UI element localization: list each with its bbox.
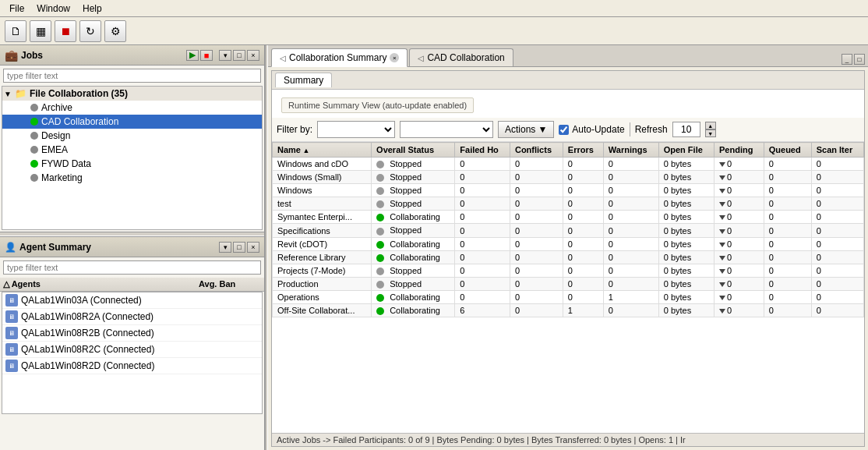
tab-close-collab-summary[interactable]: × [390, 53, 399, 62]
agent-row[interactable]: 🖥 QALab1Win08R2D (Connected) [2, 358, 262, 374]
jobs-restore-button[interactable]: □ [233, 50, 245, 61]
tree-item-design[interactable]: Design [2, 129, 262, 143]
sub-tab-summary[interactable]: Summary [275, 73, 332, 87]
menu-file[interactable]: File [3, 2, 30, 16]
spin-down-button[interactable]: ▼ [705, 129, 716, 137]
cell-warnings: 0 [603, 224, 658, 237]
status-dot-archive [30, 104, 38, 112]
tree-item-root[interactable]: ▼ 📁 File Collaboration (35) [2, 87, 262, 101]
col-header-conflicts[interactable]: Conflicts [510, 143, 563, 158]
cell-queued: 0 [764, 211, 811, 224]
cell-pending: 0 [715, 224, 764, 237]
jobs-filter-input[interactable] [3, 69, 261, 83]
cell-open-files: 0 bytes [658, 250, 714, 264]
agent-filter-input[interactable] [3, 260, 261, 275]
agent-minimize-button[interactable]: ▾ [219, 242, 231, 253]
new-button[interactable]: 🗋 [5, 20, 26, 42]
col-header-open-file[interactable]: Open File [658, 143, 714, 158]
table-row[interactable]: Windows Stopped 0 0 0 0 0 bytes 0 0 0 [273, 184, 864, 197]
separator-line [630, 122, 630, 136]
col-header-errors[interactable]: Errors [563, 143, 603, 158]
status-indicator [376, 241, 384, 249]
table-row[interactable]: Specifications Stopped 0 0 0 0 0 bytes 0… [273, 224, 864, 237]
table-row[interactable]: Off-Site Collaborat... Collaborating 6 0… [273, 304, 864, 317]
agent-row[interactable]: 🖥 QALab1Win08R2B (Connected) [2, 325, 262, 342]
stop-button[interactable]: ⏹ [55, 20, 76, 42]
grid-button[interactable]: ▦ [30, 20, 51, 42]
table-row[interactable]: Reference Library Collaborating 0 0 0 0 … [273, 250, 864, 264]
table-row[interactable]: Symantec Enterpi... Collaborating 0 0 0 … [273, 211, 864, 224]
agent-name: QALab1Win08R2D (Connected) [21, 360, 154, 371]
col-header-scan-iter[interactable]: Scan Iter [811, 143, 863, 158]
table-row[interactable]: test Stopped 0 0 0 0 0 bytes 0 0 0 [273, 197, 864, 211]
actions-button[interactable]: Actions ▼ [498, 121, 554, 138]
cell-queued: 0 [764, 224, 811, 237]
settings-button[interactable]: ⚙ [104, 20, 126, 42]
auto-update-checkbox[interactable] [559, 125, 569, 135]
arrow-down-icon [719, 269, 725, 274]
status-dot-cad [30, 118, 38, 126]
menu-help[interactable]: Help [76, 2, 108, 16]
agent-row[interactable]: 🖥 QALab1Win08R2C (Connected) [2, 342, 262, 358]
agent-computer-icon: 🖥 [5, 327, 18, 339]
arrow-down-icon [719, 309, 725, 314]
agent-row[interactable]: 🖥 QALab1Win03A (Connected) [2, 292, 262, 309]
arrow-down-icon [719, 256, 725, 260]
jobs-close-button[interactable]: × [247, 50, 259, 61]
agent-name: QALab1Win08R2B (Connected) [21, 328, 154, 338]
tree-item-cad[interactable]: CAD Collaboration [2, 115, 262, 129]
tree-item-label: Archive [41, 102, 72, 113]
agent-name: QALab1Win08R2C (Connected) [21, 344, 154, 355]
col-header-overall-status[interactable]: Overall Status [372, 143, 455, 158]
table-row[interactable]: Projects (7-Mode) Stopped 0 0 0 0 0 byte… [273, 264, 864, 277]
jobs-stop-button[interactable]: ■ [200, 50, 213, 61]
refresh-input[interactable] [672, 122, 700, 137]
cell-scan-iter: 0 [811, 184, 863, 197]
col-header-name[interactable]: Name [273, 143, 372, 158]
table-row[interactable]: Operations Collaborating 0 0 0 1 0 bytes… [273, 290, 864, 303]
table-row[interactable]: Production Stopped 0 0 0 0 0 bytes 0 0 0 [273, 277, 864, 290]
agent-restore-button[interactable]: □ [233, 242, 245, 253]
filter-combo-1[interactable] [317, 121, 395, 138]
spin-up-button[interactable]: ▲ [705, 122, 716, 129]
refresh-label: Refresh [635, 124, 668, 135]
table-row[interactable]: Windows (Small) Stopped 0 0 0 0 0 bytes … [273, 171, 864, 184]
filter-combo-2[interactable] [400, 121, 493, 138]
col-header-queued[interactable]: Queued [764, 143, 811, 158]
refresh-button[interactable]: ↻ [79, 20, 101, 42]
jobs-minimize-button[interactable]: ▾ [219, 50, 231, 61]
table-row[interactable]: Revit (cDOT) Collaborating 0 0 0 0 0 byt… [273, 237, 864, 250]
tab-restore-button[interactable]: □ [854, 54, 865, 65]
col-header-warnings[interactable]: Warnings [603, 143, 658, 158]
tree-item-emea[interactable]: EMEA [2, 143, 262, 157]
cell-failed-ho: 0 [455, 264, 510, 277]
cell-status: Stopped [372, 264, 455, 277]
agent-computer-icon: 🖥 [5, 310, 18, 323]
cell-scan-iter: 0 [811, 237, 863, 250]
cell-name: Off-Site Collaborat... [273, 304, 372, 317]
cell-scan-iter: 0 [811, 277, 863, 290]
jobs-play-button[interactable]: ▶ [186, 50, 199, 61]
cell-errors: 0 [563, 264, 603, 277]
tree-item-archive[interactable]: Archive [2, 101, 262, 115]
col-header-pending[interactable]: Pending [715, 143, 764, 158]
col-header-failed-ho[interactable]: Failed Ho [455, 143, 510, 158]
tab-cad-collaboration[interactable]: ◁ CAD Collaboration [409, 48, 513, 66]
cell-scan-iter: 0 [811, 304, 863, 317]
tree-item-marketing[interactable]: Marketing [2, 171, 262, 185]
agent-close-button[interactable]: × [247, 242, 259, 253]
tree-item-fywd[interactable]: FYWD Data [2, 157, 262, 171]
menu-window[interactable]: Window [30, 2, 76, 16]
cell-pending: 0 [715, 277, 764, 290]
jobs-panel-header: 💼 Jobs ▶ ■ ▾ □ × [0, 45, 264, 66]
cell-conflicts: 0 [510, 224, 563, 237]
table-row[interactable]: Windows and cDO Stopped 0 0 0 0 0 bytes … [273, 158, 864, 171]
cell-failed-ho: 0 [455, 197, 510, 211]
agent-row[interactable]: 🖥 QALab1Win08R2A (Connected) [2, 309, 262, 325]
tab-minimize-button[interactable]: _ [842, 54, 852, 65]
cell-pending: 0 [715, 304, 764, 317]
cell-scan-iter: 0 [811, 197, 863, 211]
tab-collaboration-summary[interactable]: ◁ Collaboration Summary × [271, 48, 408, 67]
cell-queued: 0 [764, 158, 811, 171]
cell-name: Operations [273, 290, 372, 303]
